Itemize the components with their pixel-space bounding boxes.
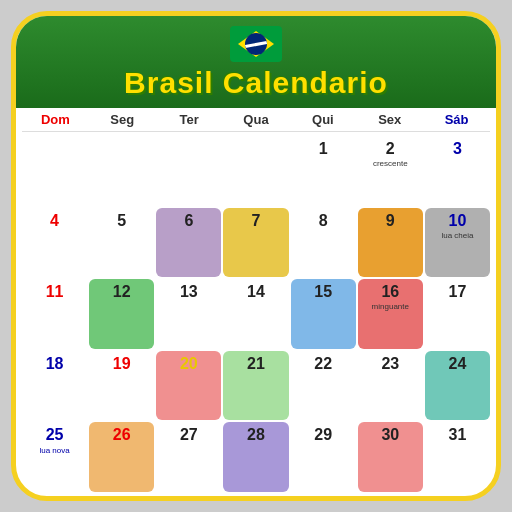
days-grid: 1 2 crescente 3 4 5 6 7 8 (22, 136, 490, 492)
weekday-ter: Ter (156, 112, 223, 127)
header: Brasil Calendario (16, 16, 496, 108)
day-empty (22, 136, 87, 206)
day-30[interactable]: 30 (358, 422, 423, 492)
day-24[interactable]: 24 (425, 351, 490, 421)
weekday-seg: Seg (89, 112, 156, 127)
day-3[interactable]: 3 (425, 136, 490, 206)
day-10[interactable]: 10 lua cheia (425, 208, 490, 278)
day-1[interactable]: 1 (291, 136, 356, 206)
weekday-qua: Qua (223, 112, 290, 127)
day-7[interactable]: 7 (223, 208, 288, 278)
day-20[interactable]: 20 (156, 351, 221, 421)
weekday-sab: Sáb (423, 112, 490, 127)
day-21[interactable]: 21 (223, 351, 288, 421)
day-13[interactable]: 13 (156, 279, 221, 349)
brazil-flag (230, 26, 282, 62)
day-9[interactable]: 9 (358, 208, 423, 278)
weekday-sex: Sex (356, 112, 423, 127)
day-11[interactable]: 11 (22, 279, 87, 349)
day-29[interactable]: 29 (291, 422, 356, 492)
day-25[interactable]: 25 lua nova (22, 422, 87, 492)
day-14[interactable]: 14 (223, 279, 288, 349)
app-title: Brasil Calendario (124, 66, 388, 100)
weekdays-row: Dom Seg Ter Qua Qui Sex Sáb (22, 112, 490, 132)
day-6[interactable]: 6 (156, 208, 221, 278)
weekday-qui: Qui (289, 112, 356, 127)
day-23[interactable]: 23 (358, 351, 423, 421)
app-container: Brasil Calendario Dom Seg Ter Qua Qui Se… (11, 11, 501, 501)
day-22[interactable]: 22 (291, 351, 356, 421)
day-27[interactable]: 27 (156, 422, 221, 492)
day-2[interactable]: 2 crescente (358, 136, 423, 206)
day-empty (223, 136, 288, 206)
day-empty (89, 136, 154, 206)
day-8[interactable]: 8 (291, 208, 356, 278)
day-18[interactable]: 18 (22, 351, 87, 421)
day-16[interactable]: 16 minguante (358, 279, 423, 349)
calendar: Dom Seg Ter Qua Qui Sex Sáb 1 2 crescent… (16, 108, 496, 496)
weekday-dom: Dom (22, 112, 89, 127)
day-31[interactable]: 31 (425, 422, 490, 492)
day-26[interactable]: 26 (89, 422, 154, 492)
day-17[interactable]: 17 (425, 279, 490, 349)
day-5[interactable]: 5 (89, 208, 154, 278)
day-empty (156, 136, 221, 206)
day-28[interactable]: 28 (223, 422, 288, 492)
day-4[interactable]: 4 (22, 208, 87, 278)
day-19[interactable]: 19 (89, 351, 154, 421)
day-15[interactable]: 15 (291, 279, 356, 349)
day-12[interactable]: 12 (89, 279, 154, 349)
